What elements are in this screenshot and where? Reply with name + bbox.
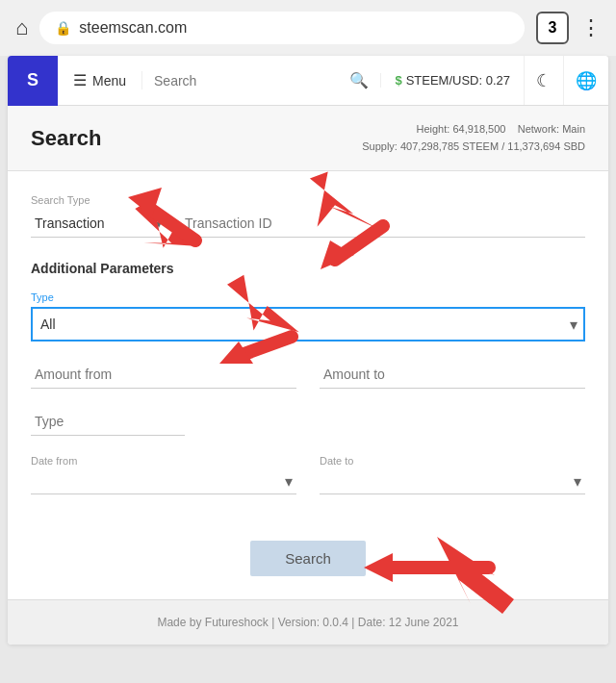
browser-chrome: ⌂ 🔒 steemscan.com 3 ⋮ [0,0,616,56]
price-display: $ STEEM/USD: 0.27 [380,73,524,88]
tab-count-button[interactable]: 3 [536,12,569,44]
search-type-select-wrapper: Transaction Block Account [31,210,166,238]
transaction-id-input[interactable] [181,210,585,238]
search-type-select[interactable]: Transaction Block Account [31,210,166,238]
lock-icon: 🔒 [55,20,71,36]
hamburger-icon: ☰ [73,71,87,89]
footer-text: Made by Futureshock | Version: 0.0.4 | D… [157,616,458,629]
moon-icon: ☾ [536,70,552,91]
type-select-wrapper: All Transfer Vote Comment Delegate [31,307,585,342]
page-header: Search Height: 64,918,500 Network: Main … [8,106,608,171]
supply-stat: Supply: 407,298,785 STEEM / 11,373,694 S… [362,140,585,152]
menu-button[interactable]: ☰ Menu [58,56,141,105]
network-stat: Network: Main [518,123,585,135]
type-text-field [31,408,585,436]
search-type-row: Search Type Transaction Block Account [31,194,585,238]
brand-logo: S [8,56,58,106]
search-button-area: Search [8,518,608,599]
additional-params-title: Additional Parameters [31,261,585,276]
page-title: Search [31,126,101,151]
search-button[interactable]: Search [250,541,366,576]
amount-to-input[interactable] [320,361,585,389]
page-container: S ☰ Menu 🔍 $ STEEM/USD: 0.27 ☾ 🌐 Search … [8,56,608,645]
date-row: Date from Date to [31,455,585,494]
globe-icon: 🌐 [576,70,597,91]
amount-from-field [31,361,296,389]
language-button[interactable]: 🌐 [563,56,608,105]
type-text-input[interactable] [31,408,185,436]
date-from-field: Date from [31,455,296,494]
date-to-select-wrapper [320,467,585,494]
address-bar[interactable]: 🔒 steemscan.com [39,12,525,44]
app-navbar: S ☰ Menu 🔍 $ STEEM/USD: 0.27 ☾ 🌐 [8,56,608,106]
type-select-label: Type [31,291,585,303]
menu-label: Menu [92,73,126,89]
dollar-icon: $ [395,73,401,88]
amount-to-field [320,361,585,389]
search-icon[interactable]: 🔍 [349,71,369,89]
amount-from-input[interactable] [31,361,296,389]
price-value: STEEM/USD: 0.27 [406,73,510,88]
height-stat: Height: 64,918,500 [417,123,506,135]
date-from-label: Date from [31,455,296,467]
tab-count: 3 [549,19,557,37]
date-from-select-wrapper [31,467,296,494]
date-to-field: Date to [320,455,585,494]
url-text: steemscan.com [79,19,187,37]
home-button[interactable]: ⌂ [15,15,28,40]
nav-search-area: 🔍 [141,71,380,89]
additional-params-section: Additional Parameters Type All Transfer … [8,261,608,494]
transaction-id-field [181,210,585,238]
night-mode-button[interactable]: ☾ [524,56,563,105]
page-footer: Made by Futureshock | Version: 0.0.4 | D… [8,599,608,645]
amount-row [31,361,585,389]
nav-search-input[interactable] [154,73,349,89]
type-select-group: Type All Transfer Vote Comment Delegate [31,291,585,342]
type-select[interactable]: All Transfer Vote Comment Delegate [31,307,585,342]
search-type-section: Search Type Transaction Block Account [8,171,608,238]
brand-letter: S [27,70,38,90]
header-stats: Height: 64,918,500 Network: Main Supply:… [362,121,585,155]
date-from-select[interactable] [31,467,296,494]
date-to-label: Date to [320,455,585,467]
search-type-field: Search Type Transaction Block Account [31,194,166,238]
more-menu-button[interactable]: ⋮ [580,15,601,40]
search-type-label: Search Type [31,194,166,206]
date-to-select[interactable] [320,467,585,494]
